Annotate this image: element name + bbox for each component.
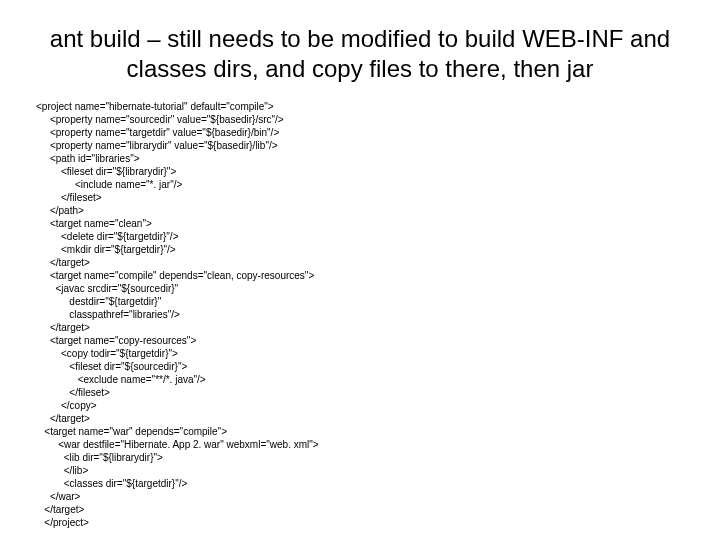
slide: ant build – still needs to be modified t… xyxy=(0,0,720,540)
code-block: <project name="hibernate-tutorial" defau… xyxy=(36,100,684,529)
slide-title: ant build – still needs to be modified t… xyxy=(36,24,684,84)
